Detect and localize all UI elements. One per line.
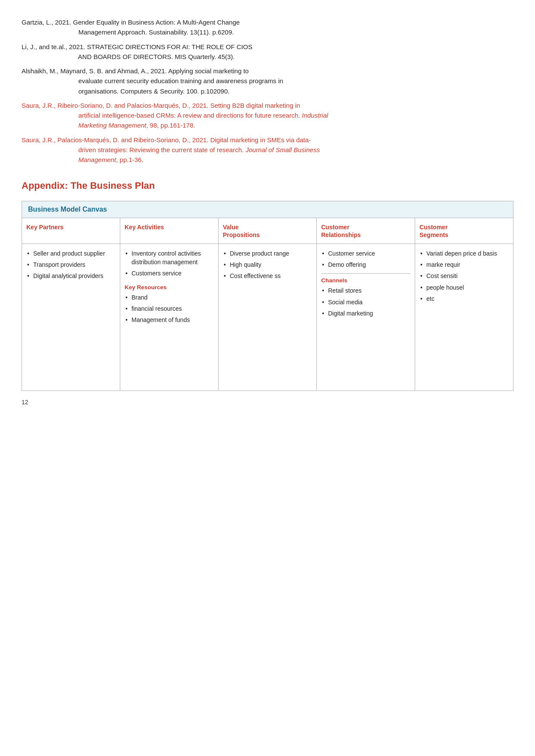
list-item: financial resources [125, 304, 214, 313]
col-key-partners: Seller and product supplier Transport pr… [22, 244, 120, 390]
list-item: Demo offering [321, 260, 410, 269]
list-item: Transport providers [26, 260, 116, 269]
list-item: Inventory control activities distributio… [125, 249, 214, 267]
col-header-text: CustomerRelationships [321, 224, 361, 238]
col-header-key-partners: Key Partners [22, 218, 120, 243]
ref-item: Alshaikh, M., Maynard, S. B. and Ahmad, … [22, 66, 513, 96]
canvas-title: Business Model Canvas [28, 206, 107, 213]
page-number: 12 [22, 399, 513, 406]
customer-segments-list: Variati depen price d basis marke requir… [419, 249, 509, 303]
list-item: Cost sensiti [419, 272, 509, 280]
col-header-value-propositions: ValuePropositions [219, 218, 317, 243]
list-item: Management of funds [125, 316, 214, 324]
col-header-key-activities: Key Activities [120, 218, 219, 243]
col-header-text: CustomerSegments [419, 224, 448, 238]
ref-item-colored: Saura, J.R., Ribeiro-Soriano, D. and Pal… [22, 100, 513, 131]
business-model-canvas: Business Model Canvas Key Partners Key A… [22, 201, 513, 390]
list-item: Customer service [321, 249, 410, 258]
col-key-activities: Inventory control activities distributio… [120, 244, 219, 390]
channels-list: Retail stores Social media Digital marke… [321, 286, 410, 318]
list-item: marke requir [419, 260, 509, 269]
key-resources-label: Key Resources [125, 284, 214, 291]
references-section: Gartzia, L., 2021. Gender Equality in Bu… [22, 17, 513, 165]
list-item: Customers service [125, 269, 214, 278]
canvas-title-row: Business Model Canvas [22, 201, 513, 218]
list-item: Retail stores [321, 286, 410, 295]
col-header-customer-relationships: CustomerRelationships [317, 218, 415, 243]
ref-item: Li, J., and te.al., 2021. STRATEGIC DIRE… [22, 42, 513, 62]
appendix-heading: Appendix: The Business Plan [22, 180, 513, 191]
list-item: Diverse product range [223, 249, 312, 258]
list-item: Digital analytical providers [26, 272, 116, 280]
col-header-text: Key Activities [125, 224, 164, 231]
ref-item-colored: Saura, J.R., Palacios-Marqués, D. and Ri… [22, 135, 513, 165]
list-item: Seller and product supplier [26, 249, 116, 258]
list-item: High quality [223, 260, 312, 269]
channels-label: Channels [321, 273, 410, 284]
list-item: people housel [419, 283, 509, 292]
customer-relationships-list: Customer service Demo offering [321, 249, 410, 269]
list-item: Cost effectivene ss [223, 272, 312, 280]
col-customer-segments: Variati depen price d basis marke requir… [415, 244, 513, 390]
list-item: Variati depen price d basis [419, 249, 509, 258]
value-propositions-list: Diverse product range High quality Cost … [223, 249, 312, 281]
ref-item: Gartzia, L., 2021. Gender Equality in Bu… [22, 17, 513, 37]
col-header-text: Key Partners [26, 224, 63, 231]
list-item: Social media [321, 298, 410, 306]
list-item: Digital marketing [321, 309, 410, 318]
key-resources-list: Brand financial resources Management of … [125, 293, 214, 325]
canvas-headers: Key Partners Key Activities ValueProposi… [22, 218, 513, 244]
col-customer-relationships: Customer service Demo offering Channels … [317, 244, 415, 390]
list-item: Brand [125, 293, 214, 302]
col-header-text: ValuePropositions [223, 224, 260, 238]
key-activities-list: Inventory control activities distributio… [125, 249, 214, 278]
col-value-propositions: Diverse product range High quality Cost … [219, 244, 317, 390]
col-header-customer-segments: CustomerSegments [415, 218, 513, 243]
list-item: etc [419, 294, 509, 303]
canvas-content-row: Seller and product supplier Transport pr… [22, 244, 513, 390]
key-partners-list: Seller and product supplier Transport pr… [26, 249, 116, 281]
